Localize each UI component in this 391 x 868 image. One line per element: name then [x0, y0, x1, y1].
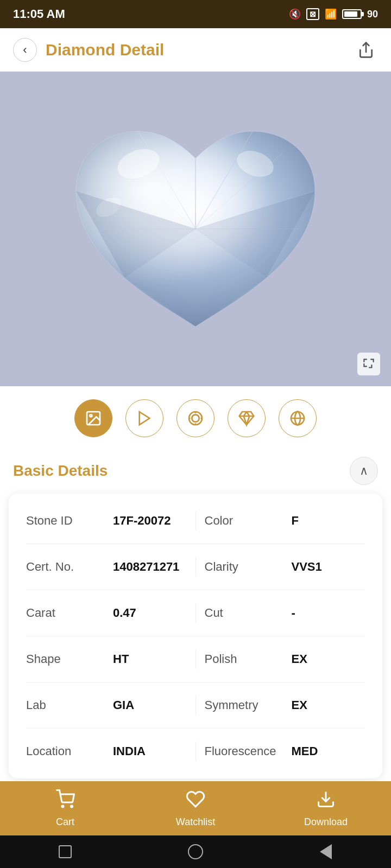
svg-point-18: [90, 414, 92, 417]
value-carat: 0.47: [113, 606, 136, 620]
view-controls: [0, 386, 391, 446]
fullscreen-icon: [362, 357, 376, 371]
watchlist-icon: [186, 789, 205, 813]
label-lab: Lab: [26, 698, 113, 712]
fullscreen-button[interactable]: [357, 353, 380, 375]
detail-symmetry: Symmetry EX: [205, 698, 365, 712]
label-cert: Cert. No.: [26, 560, 113, 574]
value-fluorescence: MED: [292, 744, 318, 758]
details-header: Basic Details ∧: [9, 457, 382, 494]
certificate-icon: [187, 410, 204, 427]
diamond-image: [54, 99, 337, 359]
collapse-button[interactable]: ∧: [350, 457, 378, 485]
value-clarity: VVS1: [292, 560, 322, 574]
view-photo-button[interactable]: [74, 399, 112, 437]
status-bar: 11:05 AM 🔇 ⊠ 📶 90: [0, 0, 391, 28]
label-fluorescence: Fluorescence: [205, 744, 292, 758]
label-location: Location: [26, 744, 113, 758]
detail-divider: [195, 742, 196, 761]
back-button[interactable]: ‹: [13, 38, 37, 62]
nav-recent-button[interactable]: [49, 842, 81, 861]
cart-icon: [55, 789, 75, 813]
detail-row-cert: Cert. No. 1408271271 Clarity VVS1: [26, 544, 365, 590]
view-globe-button[interactable]: [279, 399, 317, 437]
view-diamond-button[interactable]: [228, 399, 266, 437]
heart-svg-icon: [186, 789, 205, 809]
detail-divider: [195, 695, 196, 715]
globe-icon: [289, 410, 306, 427]
tab-watchlist[interactable]: Watchlist: [130, 789, 261, 828]
detail-carat: Carat 0.47: [26, 606, 187, 620]
nav-back-button[interactable]: [310, 842, 342, 861]
detail-color: Color F: [205, 514, 365, 528]
detail-cert: Cert. No. 1408271271: [26, 560, 187, 574]
label-cut: Cut: [205, 606, 292, 620]
tab-watchlist-label: Watchlist: [176, 816, 215, 828]
status-time: 11:05 AM: [13, 7, 65, 21]
mute-icon: 🔇: [289, 8, 301, 20]
video-icon: [136, 410, 153, 427]
page-title: Diamond Detail: [46, 41, 164, 59]
detail-row-shape: Shape HT Polish EX: [26, 636, 365, 682]
value-shape: HT: [113, 652, 129, 666]
nav-home-button[interactable]: [179, 842, 212, 861]
svg-point-23: [62, 806, 64, 807]
detail-cut: Cut -: [205, 606, 365, 620]
detail-divider: [195, 649, 196, 669]
detail-polish: Polish EX: [205, 652, 365, 666]
back-arrow-icon: ‹: [23, 44, 27, 56]
view-video-button[interactable]: [125, 399, 163, 437]
view-certificate-button[interactable]: [176, 399, 215, 437]
value-polish: EX: [292, 652, 307, 666]
status-icons: 🔇 ⊠ 📶 90: [289, 8, 378, 20]
detail-row-stone-id: Stone ID 17F-20072 Color F: [26, 498, 365, 544]
tab-cart[interactable]: Cart: [0, 789, 130, 828]
chevron-up-icon: ∧: [360, 464, 368, 478]
header-left: ‹ Diamond Detail: [13, 38, 164, 62]
detail-stone-id: Stone ID 17F-20072: [26, 514, 187, 528]
value-symmetry: EX: [292, 698, 307, 712]
detail-divider: [195, 603, 196, 623]
battery-icon: [342, 9, 362, 19]
detail-row-carat: Carat 0.47 Cut -: [26, 590, 365, 636]
detail-clarity: Clarity VVS1: [205, 560, 365, 574]
value-location: INDIA: [113, 744, 146, 758]
label-stone-id: Stone ID: [26, 514, 113, 528]
svg-point-24: [71, 806, 73, 807]
share-button[interactable]: [354, 38, 378, 62]
value-stone-id: 17F-20072: [113, 514, 171, 528]
cart-svg-icon: [55, 789, 75, 809]
details-card: Stone ID 17F-20072 Color F Cert. No. 140…: [9, 494, 382, 778]
detail-divider: [195, 511, 196, 531]
diamond-icon: [238, 410, 255, 427]
detail-row-location: Location INDIA Fluorescence MED: [26, 729, 365, 774]
tab-cart-label: Cart: [56, 816, 74, 828]
detail-row-lab: Lab GIA Symmetry EX: [26, 682, 365, 729]
detail-divider: [195, 557, 196, 577]
detail-lab: Lab GIA: [26, 698, 187, 712]
photo-icon: [85, 410, 102, 427]
tab-download[interactable]: Download: [261, 789, 391, 828]
page-header: ‹ Diamond Detail: [0, 28, 391, 72]
screen-record-icon: ⊠: [306, 8, 319, 20]
tab-download-label: Download: [304, 816, 348, 828]
svg-point-21: [192, 414, 199, 422]
label-polish: Polish: [205, 652, 292, 666]
svg-marker-19: [140, 412, 150, 425]
label-carat: Carat: [26, 606, 113, 620]
label-clarity: Clarity: [205, 560, 292, 574]
bottom-tab-bar: Cart Watchlist Download: [0, 781, 391, 835]
android-nav-bar: [0, 835, 391, 868]
basic-details-section: Basic Details ∧ Stone ID 17F-20072 Color…: [9, 457, 382, 778]
battery-percent: 90: [367, 9, 378, 20]
value-cut: -: [292, 606, 295, 620]
value-lab: GIA: [113, 698, 134, 712]
label-shape: Shape: [26, 652, 113, 666]
share-icon: [357, 41, 375, 59]
download-svg-icon: [316, 789, 336, 809]
detail-location: Location INDIA: [26, 744, 187, 758]
svg-point-20: [189, 412, 202, 425]
nav-triangle-icon: [320, 844, 332, 859]
detail-shape: Shape HT: [26, 652, 187, 666]
label-symmetry: Symmetry: [205, 698, 292, 712]
